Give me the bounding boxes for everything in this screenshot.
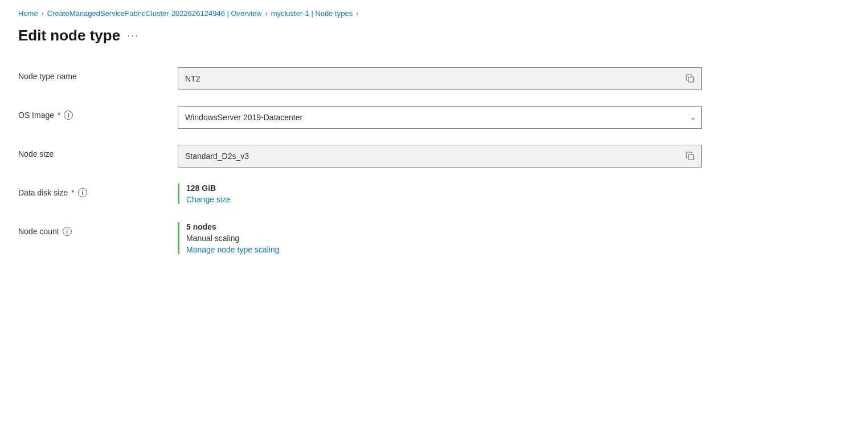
node-count-label: Node count i (18, 222, 178, 236)
svg-rect-1 (689, 154, 694, 160)
os-image-control: WindowsServer 2019-Datacenter ⌄ (178, 106, 702, 129)
page-title: Edit node type (18, 27, 120, 44)
breadcrumb-sep-3: › (356, 10, 358, 18)
data-disk-size-info-icon[interactable]: i (78, 188, 87, 197)
breadcrumb-sep-1: › (42, 10, 44, 18)
breadcrumb-sep-2: › (265, 10, 268, 18)
edit-node-type-form: Node type name OS Image * i (18, 67, 702, 254)
node-size-input[interactable] (178, 145, 702, 168)
node-count-value-block: 5 nodes Manual scaling Manage node type … (178, 222, 702, 254)
os-image-select-wrapper: WindowsServer 2019-Datacenter ⌄ (178, 106, 702, 129)
breadcrumb-node-types[interactable]: mycluster-1 | Node types (271, 9, 353, 18)
node-type-name-row: Node type name (18, 67, 702, 90)
node-count-row: Node count i 5 nodes Manual scaling Mana… (18, 222, 702, 254)
data-disk-size-row: Data disk size * i 128 GiB Change size (18, 184, 702, 206)
data-disk-size-value: 128 GiB (186, 184, 702, 193)
node-size-control (178, 145, 702, 168)
node-size-label: Node size (18, 145, 178, 158)
data-disk-size-required: * (71, 188, 74, 197)
node-size-input-wrapper (178, 145, 702, 168)
svg-rect-0 (689, 77, 694, 82)
node-type-name-input[interactable] (178, 67, 702, 90)
data-disk-size-value-block: 128 GiB Change size (178, 184, 702, 204)
os-image-select[interactable]: WindowsServer 2019-Datacenter (178, 106, 702, 129)
os-image-row: OS Image * i WindowsServer 2019-Datacent… (18, 106, 702, 129)
breadcrumb-home[interactable]: Home (18, 9, 38, 18)
manage-scaling-link[interactable]: Manage node type scaling (186, 245, 702, 254)
data-disk-size-control: 128 GiB Change size (178, 184, 702, 204)
breadcrumb: Home › CreateManagedServiceFabricCluster… (18, 9, 850, 18)
node-count-control: 5 nodes Manual scaling Manage node type … (178, 222, 702, 254)
breadcrumb-cluster-overview[interactable]: CreateManagedServiceFabricCluster-202262… (47, 9, 262, 18)
change-size-link[interactable]: Change size (186, 195, 702, 204)
node-type-name-copy-icon[interactable] (685, 73, 696, 84)
os-image-required: * (58, 111, 60, 120)
os-image-label: OS Image * i (18, 106, 178, 120)
node-type-name-label: Node type name (18, 67, 178, 81)
os-image-info-icon[interactable]: i (64, 111, 73, 120)
page-header: Edit node type ··· (18, 27, 850, 44)
node-count-value: 5 nodes (186, 222, 702, 231)
more-options-button[interactable]: ··· (127, 30, 139, 42)
node-type-name-input-wrapper (178, 67, 702, 90)
node-count-info-icon[interactable]: i (63, 227, 72, 236)
node-size-copy-icon[interactable] (685, 150, 696, 162)
node-type-name-control (178, 67, 702, 90)
data-disk-size-label: Data disk size * i (18, 184, 178, 197)
node-size-row: Node size (18, 145, 702, 168)
node-count-scaling-type: Manual scaling (186, 234, 702, 243)
